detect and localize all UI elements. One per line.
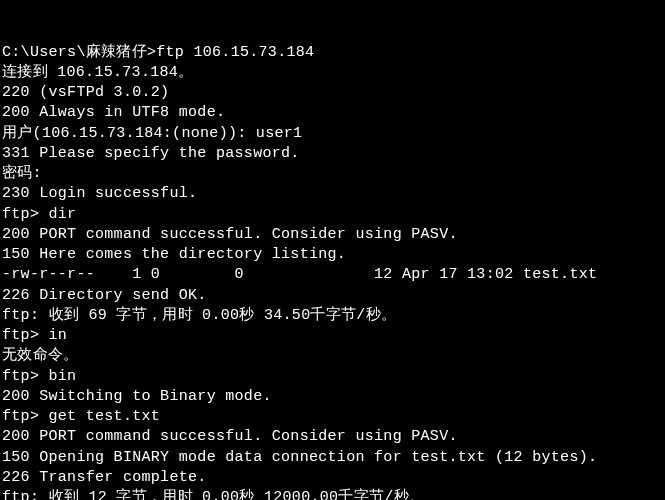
- terminal-line: 220 (vsFTPd 3.0.2): [2, 83, 665, 103]
- terminal-line: ftp: 收到 69 字节，用时 0.00秒 34.50千字节/秒。: [2, 306, 665, 326]
- terminal-line: -rw-r--r-- 1 0 0 12 Apr 17 13:02 test.tx…: [2, 265, 665, 285]
- terminal-line: 150 Opening BINARY mode data connection …: [2, 448, 665, 468]
- terminal-line: 无效命令。: [2, 346, 665, 366]
- terminal-line: 200 Switching to Binary mode.: [2, 387, 665, 407]
- terminal-line: 150 Here comes the directory listing.: [2, 245, 665, 265]
- terminal-line: 200 PORT command successful. Consider us…: [2, 225, 665, 245]
- terminal-line: 200 Always in UTF8 mode.: [2, 103, 665, 123]
- terminal-line: ftp> get test.txt: [2, 407, 665, 427]
- terminal-output[interactable]: C:\Users\麻辣猪仔>ftp 106.15.73.184连接到 106.1…: [2, 43, 665, 501]
- terminal-line: 226 Directory send OK.: [2, 286, 665, 306]
- terminal-line: 200 PORT command successful. Consider us…: [2, 427, 665, 447]
- terminal-line: 230 Login successful.: [2, 184, 665, 204]
- terminal-line: 连接到 106.15.73.184。: [2, 63, 665, 83]
- terminal-line: 密码:: [2, 164, 665, 184]
- terminal-line: ftp> in: [2, 326, 665, 346]
- terminal-line: 331 Please specify the password.: [2, 144, 665, 164]
- terminal-line: ftp> bin: [2, 367, 665, 387]
- terminal-line: 用户(106.15.73.184:(none)): user1: [2, 124, 665, 144]
- terminal-line: C:\Users\麻辣猪仔>ftp 106.15.73.184: [2, 43, 665, 63]
- terminal-line: 226 Transfer complete.: [2, 468, 665, 488]
- terminal-line: ftp> dir: [2, 205, 665, 225]
- terminal-line: ftp: 收到 12 字节，用时 0.00秒 12000.00千字节/秒。: [2, 488, 665, 500]
